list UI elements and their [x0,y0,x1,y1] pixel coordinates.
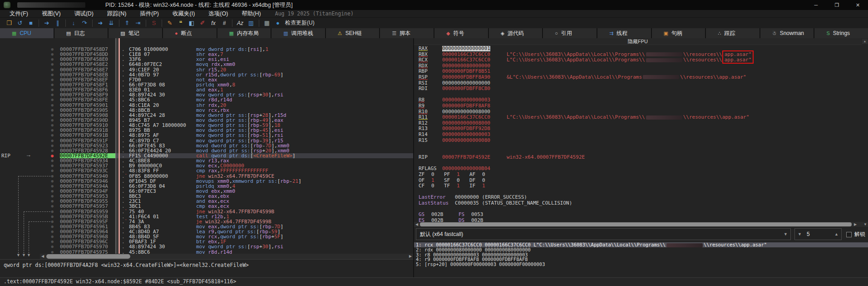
menu-item-6[interactable]: 收藏夹(I) [166,10,202,18]
register-row[interactable]: R150000000000000080 [419,138,861,144]
check-updates-button[interactable]: 检查更新(U) [285,19,315,27]
register-row[interactable]: ES002BDS002B [419,218,861,222]
disasm-row[interactable]: ●00007FFB7DF458E2 .6648:0F7EC2movq rdx,x… [40,62,413,67]
menu-item-2[interactable]: 视图(V) [35,10,68,18]
menu-item-5[interactable]: 插件(P) [133,10,166,18]
restart-icon[interactable]: ↺ [15,18,25,28]
argument-row[interactable]: 5: [rsp+20] 0000000F00000003 0000000F000… [414,262,868,267]
spinner-down-icon[interactable]: ▼ [798,229,802,240]
arg-count-value: 5 [807,229,810,240]
comment-icon[interactable]: ❝ [175,18,186,28]
registers-hscrollbar[interactable]: ◀ ▶ ▼ [414,222,868,227]
disassembly-panel[interactable]: RIP → ▼▼▼ ●00007FFB7DF458D7 .C706 010000… [0,38,413,259]
calculator-icon[interactable]: ▦ [261,18,272,28]
tab-strings[interactable]: SStrings [814,28,868,38]
label-icon[interactable]: ◧ [186,18,197,28]
minimize-button[interactable]: ─ [806,0,826,10]
calling-convention-dropdown[interactable]: 默认 (x64 fastcall) ▼ [416,228,791,240]
function-icon[interactable]: fx [208,18,219,28]
rip-arrow-icon: → [25,151,31,158]
tab-句柄[interactable]: ▣句柄 [652,28,705,38]
pn [208,62,212,67]
disasm-row[interactable]: ●00007FFB7DF4591F .4C:897D C7mov qword p… [40,138,413,143]
tab-脚本[interactable]: ☰脚本 [380,28,434,38]
scrollbar-thumb[interactable] [420,222,852,226]
open-file-icon[interactable]: ❒ [4,18,15,28]
patch-icon[interactable]: ✎ [164,18,175,28]
tab-调用堆栈[interactable]: ▥调用堆栈 [271,28,325,38]
menu-item-8[interactable]: 帮助(H) [235,10,267,18]
unlock-control[interactable]: 解锁 [846,231,865,238]
run-to-cursor-icon[interactable]: ⇥ [133,18,143,28]
update-globe-icon[interactable]: ● [272,18,283,28]
menu-item-3[interactable]: 调试(D) [68,10,100,18]
pn: ], [259,47,265,52]
menu-item-7[interactable]: 选项(O) [202,10,235,18]
tab-日志[interactable]: ▤日志 [54,28,108,38]
nm: 5F [274,234,280,239]
scroll-up-icon[interactable]: ▲ [862,39,868,44]
tab-笔记[interactable]: ▨笔记 [108,28,162,38]
arg-count-spinner[interactable]: ▼ 5 ▲ [794,228,842,240]
spinner-up-icon[interactable]: ▲ [834,229,838,240]
tab-内存布局[interactable]: ▦内存布局 [217,28,271,38]
disassembly-hscrollbar[interactable]: ◀ ▶ [40,254,413,259]
pn [235,133,238,138]
stop-icon[interactable]: ■ [25,18,36,28]
highlight-icon[interactable]: Az [235,18,246,28]
step-over-icon[interactable]: ↷ [79,18,90,28]
argument-row[interactable]: 2: rdx 0000000080000000 0000000080000000 [414,247,868,252]
disasm-row[interactable]: ●00007FFB7DF45970 .48:897424 30mov qword… [40,244,413,249]
memory-window-icon[interactable]: ▥ [246,18,256,28]
close-button[interactable]: ✕ [848,0,868,10]
trace-into-icon[interactable]: ➜ [95,18,106,28]
step-out-icon[interactable]: ⇑ [122,18,133,28]
disasm-row[interactable]: ●00007FFB7DF4591B .48:8975 AFmov qword p… [40,133,413,138]
register-row[interactable]: CF0TF1IF1 [419,183,861,189]
tab-线程[interactable]: ⇉线程 [597,28,651,38]
tab-断点[interactable]: ●断点 [163,28,217,38]
disasm-row[interactable]: ●00007FFB7DF45940 .ˇ0F85 88000000jne win… [40,174,413,179]
step-into-icon[interactable]: ↓ [68,18,79,28]
scroll-left-icon[interactable]: ◀ [40,254,45,259]
disasm-row[interactable]: ●00007FFB7DF45957 .3BC1cmp eax,ecx [40,204,413,209]
scroll-right-icon[interactable]: ▶ [853,222,858,227]
tab-snowman[interactable]: ☃Snowman [760,28,814,38]
register-row[interactable]: GS002BFS0053 [419,212,861,218]
run-icon[interactable]: ➔ [41,18,52,28]
maximize-button[interactable]: ❐ [827,0,847,10]
register-row[interactable]: RDI0000000FDBFF8CB0 [419,86,861,92]
tab-引用[interactable]: ○引用 [543,28,597,38]
tab-符号[interactable]: ◆符号 [434,28,488,38]
scroll-left-icon[interactable]: ◀ [414,222,419,227]
tab-cpu[interactable]: ▦CPU [0,28,54,38]
bookmark-icon[interactable]: ✐ [197,18,208,28]
register-row[interactable]: ZF0PF1AF0 [419,172,861,178]
register-row[interactable]: LastStatusC0000035 (STATUS_OBJECT_NAME_C… [419,201,861,206]
menu-item-1[interactable]: 文件(F) [3,10,35,18]
tab-跟踪[interactable]: ∴跟踪 [706,28,760,38]
disasm-row[interactable]: ●00007FFB7DF45959 .ˇ75 40jne win32-x64.7… [40,209,413,214]
disasm-row[interactable]: ●00007FFB7DF4593C .48:83F8 FFcmp rax,FFF… [40,168,413,173]
scroll-corner-icon[interactable]: ▼ [863,222,868,227]
source-icon[interactable]: S [148,18,159,28]
c-bp: ● [40,250,60,254]
nm: 21 [292,179,298,184]
trace-over-icon[interactable]: ⇊ [106,18,117,28]
scroll-right-icon[interactable]: ▶ [408,254,413,259]
disasm-row[interactable]: ●00007FFB7DF45975 .45:8BC6mov r8d,r14d [40,250,413,254]
mb: ss: [238,244,247,249]
disasm-row[interactable]: ●00007FFB7DF458FE .45:8BC6mov r8d,r14d [40,97,413,102]
hash-icon[interactable]: # [219,18,230,28]
tab-seh链[interactable]: ⚠SEH链 [326,28,380,38]
rg: rbp [250,138,259,143]
menu-item-4[interactable]: 跟踪(N) [100,10,133,18]
hide-fpu-button[interactable]: 隐藏FPU [414,38,862,45]
register-row[interactable]: RIP00007FFB7DF4592Ewin32-x64.00007FFB7DF… [419,155,861,161]
tab-源代码[interactable]: ◈源代码 [489,28,542,38]
segment-name: DS [459,218,471,222]
scrollbar-thumb[interactable] [46,254,130,259]
c-bp: ● [40,72,60,77]
unlock-checkbox[interactable] [846,232,852,237]
pause-icon[interactable]: ∥ [52,18,63,28]
